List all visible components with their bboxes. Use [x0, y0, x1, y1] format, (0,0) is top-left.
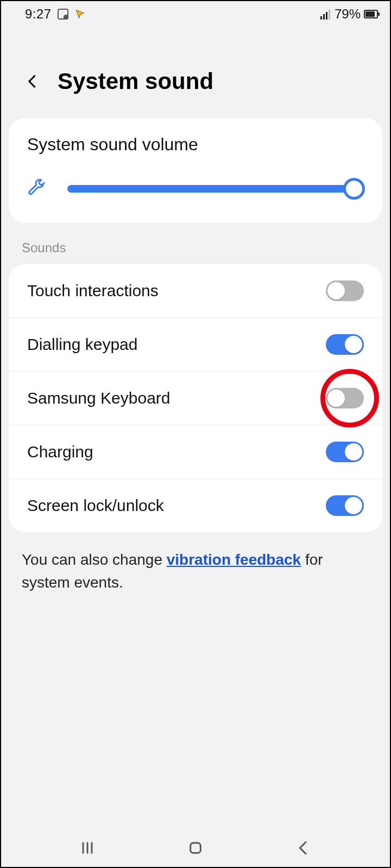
- volume-label: System sound volume: [27, 135, 364, 155]
- row-label-dialling-keypad: Dialling keypad: [27, 335, 137, 354]
- wrench-icon: [27, 178, 46, 199]
- footer-note: You can also change vibration feedback f…: [1, 532, 390, 610]
- status-time: 9:27: [25, 7, 52, 22]
- status-right: 79%: [320, 7, 378, 22]
- row-label-charging: Charging: [27, 443, 93, 461]
- home-button[interactable]: [179, 837, 212, 859]
- sounds-section-label: Sounds: [1, 223, 390, 264]
- toggle-dialling-keypad[interactable]: [326, 334, 364, 355]
- home-icon: [187, 839, 204, 857]
- row-label-touch-interactions: Touch interactions: [27, 282, 159, 300]
- svg-rect-0: [191, 843, 201, 853]
- status-bar: 9:27 79%: [1, 1, 390, 27]
- vibration-feedback-link[interactable]: vibration feedback: [167, 551, 301, 568]
- toggle-samsung-keyboard[interactable]: [326, 388, 364, 409]
- note-icon: [57, 8, 69, 20]
- row-touch-interactions[interactable]: Touch interactions: [9, 264, 382, 318]
- toggle-screen-lock-unlock[interactable]: [326, 495, 364, 516]
- volume-slider[interactable]: [67, 179, 364, 199]
- sounds-list: Touch interactionsDialling keypadSamsung…: [9, 264, 382, 532]
- footer-pre: You can also change: [22, 551, 167, 568]
- signal-icon: [320, 9, 330, 20]
- toggle-knob: [345, 497, 362, 514]
- battery-percent: 79%: [335, 7, 361, 22]
- back-button[interactable]: [22, 71, 43, 92]
- toggle-knob: [345, 443, 362, 461]
- page-header: System sound: [1, 27, 390, 118]
- row-samsung-keyboard[interactable]: Samsung Keyboard: [9, 372, 382, 425]
- toggle-knob: [327, 282, 345, 299]
- toggle-knob: [345, 336, 362, 353]
- toggle-knob: [327, 390, 345, 407]
- slider-track: [67, 185, 364, 193]
- recents-button[interactable]: [71, 837, 104, 859]
- recents-icon: [79, 839, 96, 857]
- row-charging[interactable]: Charging: [9, 425, 382, 479]
- nav-back-button[interactable]: [287, 837, 320, 859]
- row-dialling-keypad[interactable]: Dialling keypad: [9, 318, 382, 372]
- volume-row: [27, 178, 364, 199]
- volume-card: System sound volume: [9, 118, 382, 223]
- battery-icon: [364, 10, 378, 18]
- toggle-charging[interactable]: [326, 442, 364, 462]
- row-screen-lock-unlock[interactable]: Screen lock/unlock: [9, 479, 382, 532]
- navigation-bar: [1, 829, 390, 867]
- page-title: System sound: [58, 68, 213, 94]
- row-label-samsung-keyboard: Samsung Keyboard: [27, 389, 171, 407]
- app-icon: [74, 8, 86, 20]
- chevron-left-icon: [24, 73, 41, 90]
- status-left: 9:27: [25, 7, 86, 22]
- slider-thumb[interactable]: [343, 178, 365, 200]
- chevron-left-icon: [295, 839, 312, 857]
- row-label-screen-lock-unlock: Screen lock/unlock: [27, 496, 164, 515]
- toggle-touch-interactions[interactable]: [326, 280, 364, 301]
